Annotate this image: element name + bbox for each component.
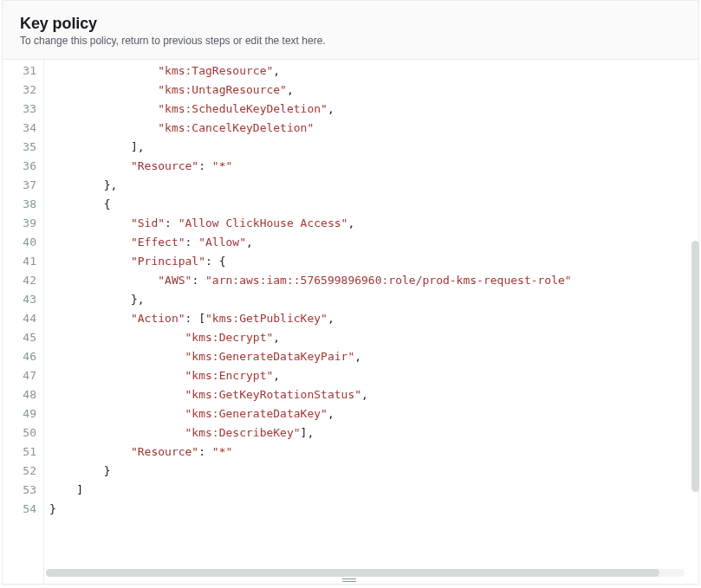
code-line[interactable]: "Resource": "*" [49, 157, 698, 176]
code-editor[interactable]: 3132333435363738394041424344454647484950… [3, 60, 698, 584]
code-line[interactable]: "Resource": "*" [49, 443, 698, 462]
line-number: 35 [3, 138, 43, 157]
resize-handle-icon[interactable] [342, 576, 360, 584]
line-number: 50 [3, 423, 43, 443]
code-line[interactable]: ] [49, 481, 698, 500]
code-line[interactable]: }, [49, 176, 698, 195]
line-number-gutter: 3132333435363738394041424344454647484950… [3, 60, 44, 584]
panel-header: Key policy To change this policy, return… [3, 1, 698, 60]
code-line[interactable]: "Principal": { [49, 252, 698, 271]
code-line[interactable]: "Action": ["kms:GetPublicKey", [49, 309, 698, 328]
code-line[interactable]: "Sid": "Allow ClickHouse Access", [49, 214, 698, 233]
code-line[interactable]: { [49, 195, 698, 214]
line-number: 41 [3, 252, 43, 271]
line-number: 39 [3, 214, 43, 233]
panel-subtitle: To change this policy, return to previou… [20, 35, 681, 47]
code-line[interactable]: }, [49, 290, 698, 309]
code-line[interactable]: "kms:GenerateDataKeyPair", [49, 347, 698, 366]
line-number: 49 [3, 404, 43, 423]
key-policy-panel: Key policy To change this policy, return… [2, 0, 699, 585]
code-line[interactable]: "kms:DescribeKey"], [49, 423, 698, 443]
code-line[interactable]: "kms:GenerateDataKey", [49, 404, 698, 423]
line-number: 53 [3, 481, 43, 500]
code-line[interactable]: } [49, 462, 698, 481]
code-line[interactable]: "AWS": "arn:aws:iam::576599896960:role/p… [49, 271, 698, 290]
code-line[interactable]: "kms:Decrypt", [49, 328, 698, 347]
code-line[interactable]: "kms:TagResource", [49, 61, 698, 81]
line-number: 45 [3, 328, 43, 347]
line-number: 48 [3, 385, 43, 404]
line-number: 54 [3, 500, 43, 519]
line-number: 40 [3, 233, 43, 252]
code-line[interactable]: "kms:Encrypt", [49, 366, 698, 385]
line-number: 52 [3, 462, 43, 481]
line-number: 32 [3, 81, 43, 100]
code-line[interactable]: "kms:UntagResource", [49, 81, 698, 100]
horizontal-scrollbar[interactable] [46, 569, 685, 577]
code-line[interactable]: "kms:GetKeyRotationStatus", [49, 385, 698, 404]
line-number: 47 [3, 366, 43, 385]
code-line[interactable]: "kms:CancelKeyDeletion" [49, 119, 698, 138]
line-number: 34 [3, 119, 43, 138]
code-line[interactable]: } [49, 500, 698, 519]
vertical-scrollbar-thumb[interactable] [691, 241, 699, 492]
code-line[interactable]: "kms:ScheduleKeyDeletion", [49, 100, 698, 119]
line-number: 42 [3, 271, 43, 290]
line-number: 31 [3, 61, 43, 81]
code-line[interactable]: "Effect": "Allow", [49, 233, 698, 252]
panel-title: Key policy [20, 15, 681, 33]
line-number: 38 [3, 195, 43, 214]
code-area[interactable]: "kms:TagResource", "kms:UntagResource", … [44, 60, 698, 584]
vertical-scrollbar[interactable] [689, 76, 699, 564]
line-number: 37 [3, 176, 43, 195]
line-number: 46 [3, 347, 43, 366]
code-line[interactable]: ], [49, 138, 698, 157]
line-number: 33 [3, 100, 43, 119]
line-number: 43 [3, 290, 43, 309]
line-number: 36 [3, 157, 43, 176]
line-number: 44 [3, 309, 43, 328]
line-number: 51 [3, 443, 43, 462]
